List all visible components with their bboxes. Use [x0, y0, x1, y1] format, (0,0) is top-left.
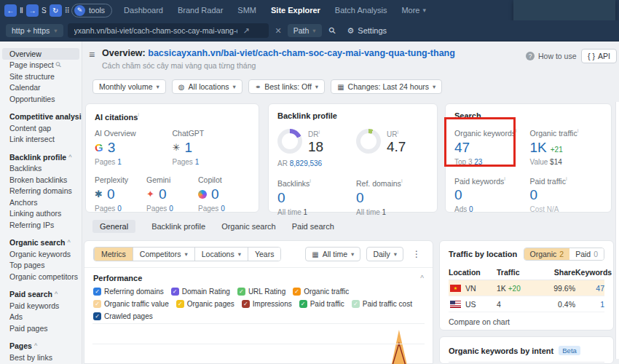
ai-citations-title: AI citations: [95, 113, 138, 122]
nav-item[interactable]: Batch Analysis: [335, 6, 387, 15]
tab[interactable]: Organic search: [221, 220, 276, 233]
tab[interactable]: General: [92, 220, 135, 233]
how-to-use-link[interactable]: ? How to use: [526, 52, 577, 60]
forward-icon[interactable]: →: [26, 4, 39, 17]
back-icon[interactable]: ←: [4, 4, 17, 17]
granularity-button[interactable]: Daily ▾: [366, 247, 403, 261]
toggle-paid[interactable]: Paid 0: [569, 248, 604, 260]
keywords-count-link[interactable]: 47: [575, 284, 604, 293]
ar-value-link[interactable]: 8,829,536: [290, 159, 323, 167]
sidebar-item[interactable]: Top pages: [2, 260, 79, 272]
target-url-link[interactable]: bacsicayxanh.vn/bai-viet/cach-cham-soc-c…: [148, 48, 455, 58]
info-icon[interactable]: i: [138, 111, 139, 118]
nav-item[interactable]: More ▾: [401, 6, 426, 15]
sidebar-item[interactable]: Ads: [2, 312, 79, 323]
metric-checkbox[interactable]: Referring domains: [93, 288, 164, 296]
target-search-bar: http + https ▾ ↗ ✕ Path ▾ ⚲ ⚙ Settings: [0, 20, 619, 41]
filter-chip[interactable]: ▦ Changes: Last 24 hours ▾: [331, 79, 442, 94]
paid-traffic-value[interactable]: 0: [529, 187, 602, 203]
sidebar-item[interactable]: Overview: [2, 48, 79, 60]
info-icon[interactable]: i: [577, 127, 579, 134]
info-icon[interactable]: i: [397, 129, 398, 135]
metric-checkbox[interactable]: Organic traffic: [293, 288, 349, 296]
metric-checkbox[interactable]: Paid traffic: [299, 300, 344, 308]
nav-item[interactable]: Dashboard: [124, 6, 163, 15]
panel-filter-button[interactable]: Years: [248, 248, 280, 261]
metric-checkbox[interactable]: URL Rating: [237, 288, 285, 296]
sidebar-item[interactable]: Referring domains: [2, 186, 79, 197]
nav-item[interactable]: Site Explorer: [271, 6, 320, 15]
sidebar-item[interactable]: Organic competitors: [2, 271, 79, 282]
collapse-icon[interactable]: ^: [420, 274, 424, 282]
sidebar-item[interactable]: Organic search ^: [2, 237, 79, 249]
tab[interactable]: Backlink profile: [151, 220, 205, 233]
sidebar-item[interactable]: Competitive analysis ^: [2, 111, 79, 123]
clear-target-icon[interactable]: ✕: [275, 26, 282, 36]
sidebar-item[interactable]: Linking authors: [2, 208, 79, 220]
info-icon[interactable]: i: [401, 178, 403, 184]
url-input[interactable]: [73, 25, 239, 36]
panel-filter-button[interactable]: Competitors ▾: [133, 248, 194, 261]
refresh-icon[interactable]: ↻: [50, 4, 62, 17]
info-icon[interactable]: i: [310, 178, 311, 184]
panel-filter-button[interactable]: Locations ▾: [194, 248, 248, 261]
settings-button[interactable]: ⚙ Settings: [347, 26, 387, 36]
pause-icon[interactable]: Ⅱ: [20, 7, 23, 15]
sidebar-item[interactable]: Anchors: [2, 197, 79, 208]
sidebar-item[interactable]: Referring IPs: [2, 219, 79, 231]
top-navigation-bar: ← Ⅱ → S ↻ ⠿ ✎ tools Dashboard Brand Rada…: [0, 0, 619, 20]
sidebar-item[interactable]: Backlinks: [2, 163, 79, 175]
sidebar-item[interactable]: Backlink profile ^: [2, 151, 79, 163]
filter-chip[interactable]: Monthly volume ▾: [92, 79, 166, 94]
protocol-select[interactable]: http + https ▾: [6, 24, 63, 37]
ref-domains-value[interactable]: 0: [356, 190, 403, 206]
metric-checkbox[interactable]: Domain Rating: [171, 288, 230, 296]
hamburger-icon[interactable]: ≡: [89, 49, 95, 60]
compare-on-chart-link[interactable]: Compare on chart: [449, 317, 604, 326]
sidebar-item[interactable]: Paid search ^: [2, 289, 79, 301]
info-icon[interactable]: i: [318, 129, 320, 135]
search-icon[interactable]: ⚲: [326, 25, 338, 36]
tools-button[interactable]: ✎ tools: [71, 4, 112, 17]
info-icon[interactable]: i: [566, 175, 567, 182]
sidebar-item[interactable]: Organic keywords: [2, 248, 79, 260]
external-link-icon[interactable]: ↗: [243, 26, 250, 36]
sidebar-item[interactable]: Site structure: [2, 71, 79, 82]
nav-item[interactable]: Brand Radar: [178, 6, 223, 15]
sidebar-item[interactable]: Content gap: [2, 122, 79, 134]
table-row[interactable]: US 4 0.4% 1: [449, 296, 604, 312]
paid-keywords-value[interactable]: 0: [454, 187, 529, 203]
mode-select[interactable]: Path ▾: [288, 24, 322, 37]
metric-checkbox[interactable]: Organic pages: [176, 300, 234, 308]
metric-checkbox[interactable]: Paid traffic cost: [352, 300, 412, 308]
chevron-down-icon: ▾: [54, 27, 57, 34]
grid-dots-icon[interactable]: ⠿: [65, 7, 70, 15]
sidebar-item[interactable]: Paid pages: [2, 323, 79, 334]
panel-filter-button[interactable]: Metrics: [94, 248, 133, 261]
kebab-menu-icon[interactable]: ⋮: [409, 249, 424, 259]
backlink-profile-title: Backlink profile: [277, 111, 337, 120]
table-row[interactable]: ★ VN 1K +20 99.6% 47: [449, 280, 604, 296]
metric-checkbox[interactable]: Impressions: [242, 300, 292, 308]
sidebar-item[interactable]: Best by links: [2, 352, 79, 363]
sidebar-item[interactable]: Broken backlinks: [2, 174, 79, 186]
api-button[interactable]: { } API: [581, 49, 617, 63]
metric-checkbox[interactable]: Organic traffic value: [93, 300, 169, 308]
sidebar-item[interactable]: Opportunities: [2, 93, 79, 105]
tab[interactable]: Paid search: [292, 220, 334, 233]
info-icon[interactable]: i: [516, 127, 517, 134]
sidebar-item[interactable]: Pages ^: [2, 341, 79, 352]
backlinks-value[interactable]: 0: [277, 190, 356, 206]
nav-item[interactable]: SMM: [237, 6, 256, 15]
time-range-button[interactable]: ▦ All time ▾: [305, 247, 360, 261]
filter-chip[interactable]: ⚭ Best links: Off ▾: [248, 79, 325, 94]
sidebar-item[interactable]: Calendar: [2, 82, 79, 94]
toggle-organic[interactable]: Organic 2: [524, 248, 570, 260]
sidebar-item[interactable]: Page inspect ⚲: [2, 60, 79, 71]
info-icon[interactable]: i: [504, 175, 505, 182]
organic-traffic-value[interactable]: 1K: [529, 140, 546, 156]
sidebar-item[interactable]: Link intersect: [2, 134, 79, 146]
sidebar-item[interactable]: Paid keywords: [2, 300, 79, 312]
keywords-count-link[interactable]: 1: [575, 300, 604, 309]
filter-chip[interactable]: ◍ All locations ▾: [172, 79, 243, 94]
